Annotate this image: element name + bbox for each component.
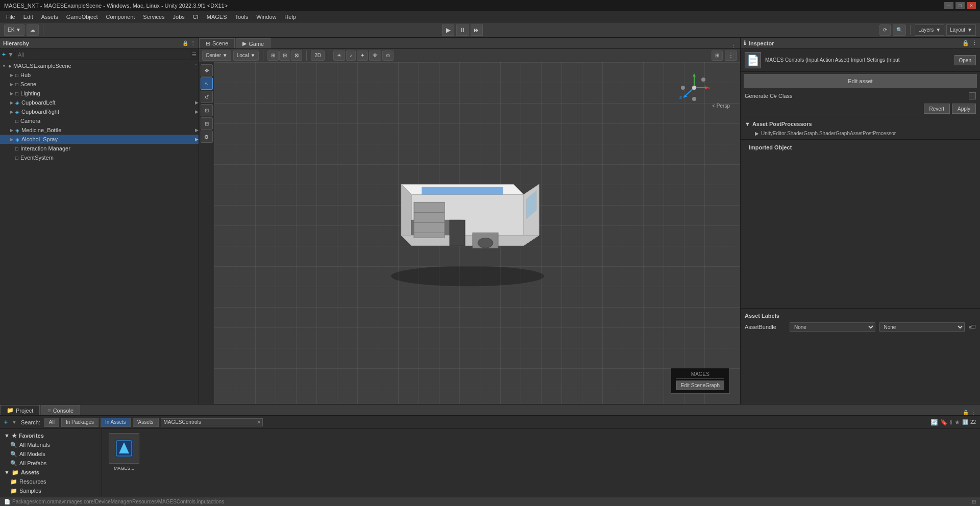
tree-item-lighting[interactable]: ▶ □ Lighting	[0, 89, 199, 98]
menu-jobs[interactable]: Jobs	[169, 13, 189, 21]
menu-component[interactable]: Component	[102, 13, 139, 21]
asset-post-processors-header[interactable]: ▼ Asset PostProcessors	[745, 118, 976, 130]
tree-item-eventsystem[interactable]: ▶ □ EventSystem	[0, 153, 199, 162]
maximize-button[interactable]: □	[955, 2, 965, 9]
bottom-star-icon[interactable]: ★	[954, 419, 960, 426]
scroll-bar-icon[interactable]: ⊟	[972, 499, 976, 504]
layout-dropdown[interactable]: Layout ▼	[946, 24, 976, 36]
scene-audio-btn[interactable]: ♪	[346, 50, 356, 61]
tree-item-medicine-bottle[interactable]: ▶ ◈ Medicine_Bottle ▶	[0, 125, 199, 135]
tool-move[interactable]: ⊟	[279, 50, 290, 61]
menu-assets[interactable]: Assets	[37, 13, 62, 21]
bottom-bookmark-icon[interactable]: 🔖	[940, 419, 948, 426]
generate-class-checkbox[interactable]	[969, 92, 976, 99]
tool-rect2[interactable]: ⊟	[201, 117, 213, 130]
tool-cursor[interactable]: ↖	[201, 78, 213, 90]
local-dropdown[interactable]: Local ▼	[233, 50, 259, 61]
scene-2d-toggle[interactable]: 2D	[311, 50, 325, 61]
medicine-expand[interactable]: ▶	[195, 128, 199, 133]
sidebar-favorites[interactable]: ▼ ★ Favorites	[0, 431, 102, 440]
tree-item-cupboardleft[interactable]: ▶ ◈ CupboardLeft ▶	[0, 98, 199, 107]
scene-fx-btn[interactable]: ✦	[357, 50, 368, 61]
tree-item-hub[interactable]: ▶ □ Hub	[0, 70, 199, 80]
close-button[interactable]: ✕	[967, 2, 976, 9]
menu-tools[interactable]: Tools	[231, 13, 253, 21]
bottom-add-button[interactable]: +	[4, 419, 8, 426]
scene-viewport[interactable]: X Y Z < Persp	[214, 62, 740, 404]
bottom-more-icon[interactable]: ⋮	[971, 410, 976, 415]
sidebar-assets[interactable]: ▼ 📁 Assets	[0, 468, 102, 477]
bottom-add-arrow[interactable]: ▼	[12, 419, 17, 425]
filter-all-button[interactable]: All	[44, 418, 59, 427]
cloud-button[interactable]: ☁	[27, 24, 39, 36]
asset-bundle-variant-dropdown[interactable]: None	[879, 322, 965, 332]
tool-rect[interactable]: ⊞	[267, 50, 279, 61]
filter-assets-str-button[interactable]: 'Assets'	[133, 418, 159, 427]
step-button[interactable]: ⏭	[471, 24, 483, 36]
search-input[interactable]	[161, 418, 263, 426]
tool-custom[interactable]: ⚙	[201, 131, 213, 143]
tree-item-camera[interactable]: ▶ □ Camera	[0, 116, 199, 125]
search-clear-icon[interactable]: ✕	[257, 419, 261, 425]
revert-button[interactable]: Revert	[924, 104, 950, 114]
tree-item-interaction-manager[interactable]: ▶ □ Interaction Manager	[0, 144, 199, 153]
center-dropdown[interactable]: Center ▼	[202, 50, 231, 61]
menu-gameobject[interactable]: GameObject	[62, 13, 102, 21]
tool-transform[interactable]: ↺	[201, 91, 213, 103]
sidebar-all-materials[interactable]: 🔍 All Materials	[0, 440, 102, 449]
bottom-refresh-icon[interactable]: 🔄	[930, 419, 938, 426]
sidebar-all-models[interactable]: 🔍 All Models	[0, 449, 102, 459]
tool-rotate[interactable]: ⊠	[291, 50, 302, 61]
asset-bundle-dropdown[interactable]: None	[790, 322, 875, 332]
tree-item-alcohol-spray[interactable]: ▶ ◈ Alcohol_Spray ▶	[0, 135, 199, 144]
tree-item-cupboardright[interactable]: ▶ ◈ CupboardRight ▶	[0, 107, 199, 116]
asset-label-tag-icon[interactable]: 🏷	[969, 323, 976, 331]
scene-light-btn[interactable]: ☀	[333, 50, 345, 61]
scene-view-btn[interactable]: 👁	[369, 50, 381, 61]
tab-console[interactable]: ≡ Console	[41, 405, 80, 415]
tree-item-scene[interactable]: ▶ □ Scene	[0, 80, 199, 89]
menu-services[interactable]: Services	[139, 13, 168, 21]
tab-project[interactable]: 📁 Project	[0, 405, 40, 415]
account-button[interactable]: EK ▼	[4, 24, 24, 36]
scene-more-btn[interactable]: ⋮	[725, 50, 737, 61]
inspector-more-icon[interactable]: ⋮	[971, 40, 977, 46]
scene-gizmo[interactable]: X Y Z	[679, 72, 709, 103]
tool-hand[interactable]: ✥	[201, 64, 213, 77]
minimize-button[interactable]: ─	[944, 2, 953, 9]
hierarchy-filter-icon[interactable]: ☰	[192, 52, 197, 57]
menu-ci[interactable]: CI	[189, 13, 203, 21]
sidebar-samples[interactable]: 📁 Samples	[0, 486, 102, 495]
edit-scenegraph-button[interactable]: Edit SceneGraph	[676, 381, 724, 390]
scene-more-icon[interactable]: ⋮	[731, 43, 740, 48]
bottom-lock-icon[interactable]: 🔒	[963, 410, 969, 415]
tool-scale[interactable]: ⊡	[201, 104, 213, 116]
tab-scene[interactable]: ⊞ Scene	[199, 38, 235, 48]
search-button[interactable]: 🔍	[893, 24, 906, 36]
hierarchy-lock-icon[interactable]: 🔒	[182, 40, 188, 46]
menu-edit[interactable]: Edit	[19, 13, 37, 21]
hierarchy-add-button[interactable]: +	[2, 51, 6, 58]
tree-item-scene-root[interactable]: ▼ ● MAGESExampleScene ⋮	[0, 61, 199, 70]
sidebar-resources[interactable]: 📁 Resources	[0, 477, 102, 486]
scene-root-more[interactable]: ⋮	[193, 63, 199, 69]
tab-game[interactable]: ▶ Game	[236, 38, 271, 48]
alcohol-expand[interactable]: ▶	[195, 137, 199, 142]
filter-packages-button[interactable]: In Packages	[61, 418, 99, 427]
play-button[interactable]: ▶	[442, 24, 454, 36]
scene-grid-btn[interactable]: ⊞	[712, 50, 723, 61]
apply-button[interactable]: Apply	[952, 104, 976, 114]
cupboardright-expand[interactable]: ▶	[195, 109, 199, 114]
hierarchy-search-input[interactable]	[16, 50, 190, 59]
edit-asset-bar[interactable]: Edit asset	[744, 74, 977, 88]
filter-assets-button[interactable]: In Assets	[101, 418, 131, 427]
pause-button[interactable]: ⏸	[456, 24, 469, 36]
asset-thumb-mages[interactable]: MAGES...	[106, 433, 142, 471]
menu-file[interactable]: File	[2, 13, 19, 21]
hierarchy-dropdown-icon[interactable]: ▼	[8, 51, 14, 58]
bottom-info-icon[interactable]: ℹ	[950, 419, 952, 426]
inspector-lock-icon[interactable]: 🔒	[962, 40, 969, 46]
menu-help[interactable]: Help	[280, 13, 300, 21]
hierarchy-more-icon[interactable]: ⋮	[190, 40, 195, 46]
menu-mages[interactable]: MAGES	[203, 13, 231, 21]
